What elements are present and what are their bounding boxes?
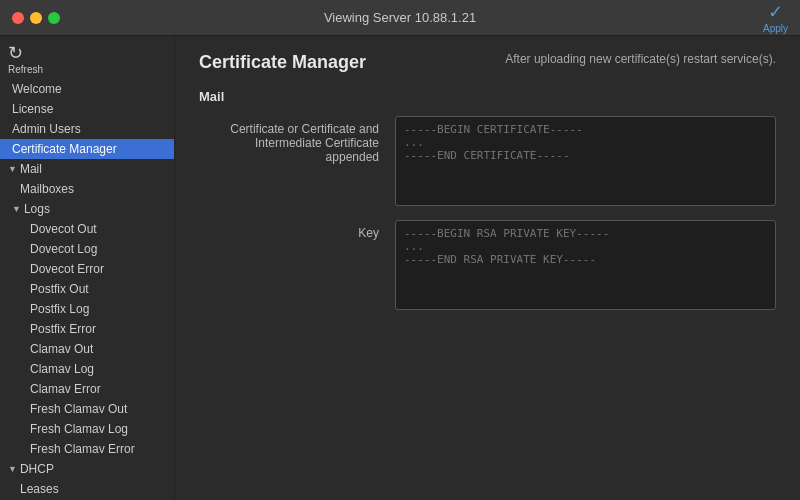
key-row: Key	[199, 220, 776, 310]
sidebar-item-postfix-error[interactable]: Postfix Error	[0, 319, 174, 339]
sidebar-item-admin-users[interactable]: Admin Users	[0, 119, 174, 139]
sidebar-logs-mail-label: Logs	[24, 202, 50, 216]
refresh-area[interactable]: ↻ Refresh	[0, 36, 174, 79]
minimize-button[interactable]	[30, 12, 42, 24]
content-header: Certificate Manager After uploading new …	[199, 52, 776, 73]
sidebar-item-dovecot-log[interactable]: Dovecot Log	[0, 239, 174, 259]
restart-notice: After uploading new certificate(s) resta…	[505, 52, 776, 66]
chevron-down-icon: ▼	[12, 204, 21, 214]
chevron-down-icon: ▼	[8, 164, 17, 174]
traffic-lights	[12, 12, 60, 24]
maximize-button[interactable]	[48, 12, 60, 24]
sidebar-section-logs-mail[interactable]: ▼ Logs	[0, 199, 174, 219]
certificate-label: Certificate or Certificate and Intermedi…	[199, 116, 379, 164]
mail-section-label: Mail	[199, 89, 776, 104]
sidebar-item-postfix-out[interactable]: Postfix Out	[0, 279, 174, 299]
key-input[interactable]	[395, 220, 776, 310]
sidebar-dhcp-label: DHCP	[20, 462, 54, 476]
close-button[interactable]	[12, 12, 24, 24]
main-layout: ↻ Refresh Welcome License Admin Users Ce…	[0, 36, 800, 500]
sidebar-item-fresh-clamav-error[interactable]: Fresh Clamav Error	[0, 439, 174, 459]
sidebar-item-welcome[interactable]: Welcome	[0, 79, 174, 99]
sidebar-item-dovecot-out[interactable]: Dovecot Out	[0, 219, 174, 239]
sidebar-item-license[interactable]: License	[0, 99, 174, 119]
sidebar-item-fresh-clamav-log[interactable]: Fresh Clamav Log	[0, 419, 174, 439]
certificate-row: Certificate or Certificate and Intermedi…	[199, 116, 776, 206]
key-label: Key	[199, 220, 379, 240]
window-title: Viewing Server 10.88.1.21	[324, 10, 476, 25]
checkmark-icon: ✓	[768, 1, 783, 23]
sidebar: ↻ Refresh Welcome License Admin Users Ce…	[0, 36, 175, 500]
chevron-down-icon: ▼	[8, 464, 17, 474]
certificate-input[interactable]	[395, 116, 776, 206]
sidebar-item-mailboxes[interactable]: Mailboxes	[0, 179, 174, 199]
apply-button[interactable]: ✓ Apply	[763, 1, 788, 34]
sidebar-mail-label: Mail	[20, 162, 42, 176]
sidebar-item-postfix-log[interactable]: Postfix Log	[0, 299, 174, 319]
sidebar-item-certificate-manager[interactable]: Certificate Manager	[0, 139, 174, 159]
content-area: Certificate Manager After uploading new …	[175, 36, 800, 500]
sidebar-item-fresh-clamav-out[interactable]: Fresh Clamav Out	[0, 399, 174, 419]
sidebar-item-leases[interactable]: Leases	[0, 479, 174, 499]
sidebar-item-dovecot-error[interactable]: Dovecot Error	[0, 259, 174, 279]
refresh-label: Refresh	[8, 64, 43, 75]
refresh-icon: ↻	[8, 42, 23, 64]
page-title: Certificate Manager	[199, 52, 366, 73]
sidebar-item-clamav-error[interactable]: Clamav Error	[0, 379, 174, 399]
sidebar-item-clamav-log[interactable]: Clamav Log	[0, 359, 174, 379]
sidebar-section-dhcp[interactable]: ▼ DHCP	[0, 459, 174, 479]
sidebar-section-mail[interactable]: ▼ Mail	[0, 159, 174, 179]
sidebar-item-clamav-out[interactable]: Clamav Out	[0, 339, 174, 359]
titlebar: Viewing Server 10.88.1.21 ✓ Apply	[0, 0, 800, 36]
